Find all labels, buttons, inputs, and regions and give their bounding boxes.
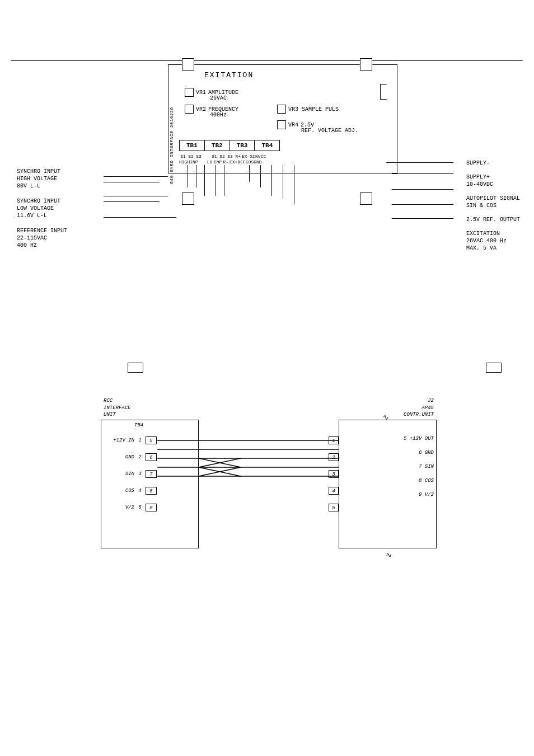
vr3-block: VR3 SAMPLE PULS <box>277 105 339 114</box>
pin-inp1: INP <box>190 159 198 165</box>
corner-tr <box>360 58 372 71</box>
top-divider <box>11 60 523 61</box>
pin-gnd: GND <box>254 159 261 165</box>
pin-inp2: INP <box>214 159 222 165</box>
pin-vcc: VCC <box>258 154 266 159</box>
vr3-square <box>277 105 286 114</box>
tb3-block: TB3 <box>229 140 255 151</box>
wire-h-synchro1b <box>104 182 160 182</box>
vr4-desc2: REF. VOLTAGE ADJ. <box>301 128 358 134</box>
pin-cos: COS <box>246 159 254 165</box>
right-label-supply-plus: SUPPLY+ 10-40VDC <box>466 173 520 188</box>
vr1-desc: AMPLITUDE <box>208 90 238 96</box>
wire-h-autopilot <box>392 189 453 190</box>
right-label-autopilot: AUTOPILOT SIGNAL SIN & COS <box>466 195 520 209</box>
bottom-schematic: RCC INTERFACE UNIT TB4 +12V IN 1 5 GND 2… <box>101 392 437 565</box>
tb4-block-top: TB4 <box>254 140 280 151</box>
vr1-square <box>185 88 194 97</box>
wire-v1 <box>188 165 188 187</box>
wire-h-ref <box>104 217 176 218</box>
top-schematic: EXITATION VR1 AMPLITUDE 26VAC VR2 FREQUE… <box>151 64 403 199</box>
pin-high: HIGH <box>179 159 190 165</box>
tb1-block: TB1 <box>179 140 205 151</box>
pin-gap1 <box>203 154 210 159</box>
wire-v8 <box>271 165 272 196</box>
pin-explus: EX+ <box>229 159 237 165</box>
wire-h-ref-out <box>392 204 453 205</box>
exitation-label: EXITATION <box>204 71 254 79</box>
right-label-excitation: EXCITATION 26VAC 400 Hz MAX. 5 VA <box>466 230 520 252</box>
left-label-ref: REFERENCE INPUT 22-115VAC 400 Hz <box>17 227 67 249</box>
wire-h-supply-minus <box>386 162 453 163</box>
right-connection-labels: SUPPLY- SUPPLY+ 10-40VDC AUTOPILOT SIGNA… <box>466 159 520 259</box>
left-label-synchro-high: SYNCHRO INPUT HIGH VOLTAGE 80V L-L <box>17 168 67 190</box>
small-box-right <box>486 363 502 373</box>
connection-wires-svg <box>101 392 437 565</box>
corner-tl <box>182 58 194 71</box>
pin-lo: LO <box>206 159 214 165</box>
pin-sp1 <box>198 159 206 165</box>
pin-sin: SIN <box>250 154 257 159</box>
tb2-block: TB2 <box>204 140 230 151</box>
rotated-side-label: G4G GYRO INTERFACE 2016226 <box>169 107 174 184</box>
pin-s2a: S2 <box>187 154 195 159</box>
wire-h-excitation <box>392 218 453 219</box>
pin-s3a: S3 <box>195 154 203 159</box>
vr2-desc: FREQUENCY <box>208 106 238 112</box>
wire-v10 <box>294 165 294 204</box>
vr3-label: VR3 SAMPLE PULS <box>288 106 339 112</box>
tb-blocks-row: TB1 TB2 TB3 TB4 <box>179 140 280 151</box>
wire-h-supply-plus <box>392 173 453 174</box>
wire-v4 <box>216 165 216 196</box>
pin-row1: S1 S2 S3 S1 S2 S3 R+ EX- SIN VCC <box>179 154 266 159</box>
right-label-ref-output: 2.5V REF. OUTPUT <box>466 216 520 223</box>
pin-rminus: R- <box>222 159 229 165</box>
wire-h-synchro2b <box>104 201 160 202</box>
pin-s3b: S3 <box>226 154 234 159</box>
wire-v7 <box>260 165 261 187</box>
wire-v3 <box>204 165 205 196</box>
small-box-left <box>128 363 143 373</box>
vr2-label: VR2 <box>196 106 206 112</box>
pin-row2: HIGH INP LO INP R- EX+ REF COS GND <box>179 159 262 165</box>
left-connection-labels: SYNCHRO INPUT HIGH VOLTAGE 80V L-L SYNCH… <box>17 168 67 257</box>
pin-ref: REF <box>237 159 245 165</box>
notch-right <box>380 84 387 100</box>
pin-s1b: S1 <box>210 154 218 159</box>
corner-br <box>360 192 372 205</box>
wire-v6 <box>249 165 250 182</box>
wire-v9 <box>283 165 283 199</box>
pin-exminus: EX- <box>242 154 250 159</box>
pin-s2b: S2 <box>218 154 226 159</box>
vr2-square <box>185 105 194 114</box>
vr4-label: VR4 <box>288 122 298 128</box>
vr4-square <box>277 120 286 129</box>
vr4-desc1: 2.5V <box>301 122 314 128</box>
vr1-desc2: 26VAC <box>210 95 227 101</box>
corner-bl <box>182 192 194 205</box>
wire-h-synchro2a <box>104 196 168 196</box>
wire-v5 <box>224 165 224 196</box>
left-label-synchro-low: SYNCHRO INPUT LOW VOLTAGE 11.6V L-L <box>17 198 67 219</box>
pin-rplus: R+ <box>234 154 242 159</box>
wire-h-synchro1a <box>104 176 168 177</box>
vr2-desc2: 400Hz <box>210 112 227 118</box>
vr1-label: VR1 <box>196 90 206 96</box>
pin-s1a: S1 <box>179 154 187 159</box>
wire-v2 <box>196 165 196 187</box>
right-label-supply-minus: SUPPLY- <box>466 159 520 167</box>
